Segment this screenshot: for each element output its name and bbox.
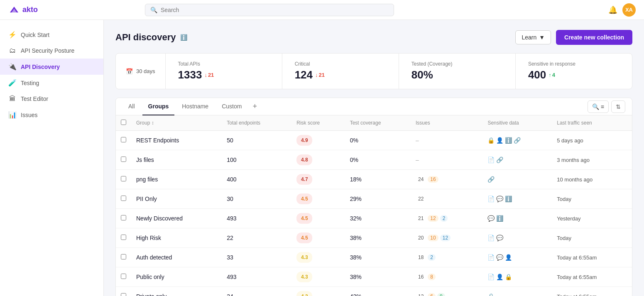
issue-badge: 21 xyxy=(416,215,426,222)
data-table: Group ↕ Total endpoints Risk score Test … xyxy=(116,115,632,296)
select-all-checkbox[interactable] xyxy=(121,120,126,125)
risk-badge: 4.9 xyxy=(296,135,312,146)
last-seen-cell: Today at 6:55am xyxy=(552,267,632,287)
sensitive-cell: 🔒👤ℹ️🔗 xyxy=(482,131,552,150)
issues-cell: 2416 xyxy=(411,170,482,189)
page-header: API discovery ℹ️ Learn ▼ Create new coll… xyxy=(115,30,632,45)
issues-cell: 22 xyxy=(411,189,482,209)
critical-value: 124 ↓ 21 xyxy=(295,68,386,81)
sensitive-icons: 📄💬 xyxy=(487,235,547,241)
row-checkbox[interactable] xyxy=(121,137,126,142)
sidebar-item-label: Testing xyxy=(21,80,39,86)
row-checkbox-cell xyxy=(116,248,131,267)
issue-badge: 16 xyxy=(428,176,438,183)
issues-nums: 182 xyxy=(416,254,477,261)
sensitive-icon: 📄 xyxy=(487,254,495,261)
risk-badge: 4.3 xyxy=(296,272,312,282)
sensitive-icon: 👤 xyxy=(505,254,512,261)
sidebar-item-test-editor[interactable]: 🏛 Test Editor xyxy=(0,91,103,107)
last-seen-cell: Today xyxy=(552,228,632,248)
risk-cell: 4.3 xyxy=(291,248,345,267)
sensitive-icon: 🔗 xyxy=(496,157,503,163)
risk-badge: 4.3 xyxy=(296,291,312,296)
avatar[interactable]: XA xyxy=(622,3,636,17)
sidebar-item-issues[interactable]: 📊 Issues xyxy=(0,107,103,123)
coverage-cell: 42% xyxy=(345,287,411,296)
sidebar-item-api-discovery[interactable]: 🔌 API Discovery xyxy=(0,59,103,75)
table-row: Newly Discovered 493 4.5 32% 21122 💬ℹ️ Y… xyxy=(116,209,632,228)
last-seen-cell: Today at 6:55am xyxy=(552,287,632,296)
issue-badge: 12 xyxy=(440,235,451,241)
issues-cell: 168 xyxy=(411,267,482,287)
row-checkbox[interactable] xyxy=(121,254,126,259)
table-header: Group ↕ Total endpoints Risk score Test … xyxy=(116,115,632,131)
table-row: Js files 100 4.8 0% – 📄🔗 3 months ago xyxy=(116,150,632,170)
tab-groups[interactable]: Groups xyxy=(142,98,175,115)
endpoints-cell: 493 xyxy=(222,267,291,287)
last-seen-cell: Today xyxy=(552,189,632,209)
info-icon[interactable]: ℹ️ xyxy=(180,34,187,41)
risk-badge: 4.5 xyxy=(296,213,312,224)
row-checkbox[interactable] xyxy=(121,157,126,162)
page-title-row: API discovery ℹ️ xyxy=(115,32,187,43)
risk-cell: 4.5 xyxy=(291,209,345,228)
tab-custom[interactable]: Custom xyxy=(216,98,247,115)
table-row: PII Only 30 4.5 29% 22 📄💬ℹ️ Today xyxy=(116,189,632,209)
sidebar-item-label: API Discovery xyxy=(21,64,60,70)
issues-nums: 168 xyxy=(416,274,477,280)
sensitive-value: 400 ↑ 4 xyxy=(528,68,620,81)
sensitive-icon: 📄 xyxy=(487,157,495,163)
sensitive-cell: 📄🔗 xyxy=(482,150,552,170)
sidebar-item-testing[interactable]: 🧪 Testing xyxy=(0,75,103,91)
sort-button[interactable]: ⇅ xyxy=(611,100,625,113)
sidebar-item-api-security-posture[interactable]: 🗂 API Security Posture xyxy=(0,43,103,59)
row-checkbox[interactable] xyxy=(121,176,126,181)
row-checkbox[interactable] xyxy=(121,196,126,201)
issue-badge: 12 xyxy=(416,293,426,296)
issue-badge: 8 xyxy=(437,293,445,296)
sensitive-icon: 📄 xyxy=(487,196,495,202)
search-filter-button[interactable]: 🔍 ≡ xyxy=(588,100,609,113)
coverage-cell: 0% xyxy=(345,131,411,150)
learn-button[interactable]: Learn ▼ xyxy=(515,30,551,44)
row-checkbox[interactable] xyxy=(121,293,126,296)
last-seen-cell: Today at 6:55am xyxy=(552,248,632,267)
coverage-cell: 29% xyxy=(345,189,411,209)
sidebar-item-label: Test Editor xyxy=(21,95,48,102)
sidebar: ⚡ Quick Start🗂 API Security Posture🔌 API… xyxy=(0,20,104,296)
create-collection-button[interactable]: Create new collection xyxy=(556,30,632,45)
logo[interactable]: akto xyxy=(8,4,38,16)
endpoints-cell: 22 xyxy=(222,228,291,248)
testing-icon: 🧪 xyxy=(8,79,17,87)
issues-cell: – xyxy=(411,150,482,170)
risk-cell: 4.5 xyxy=(291,228,345,248)
sensitive-cell: 📄💬👤 xyxy=(482,248,552,267)
endpoints-cell: 400 xyxy=(222,170,291,189)
issues-cell: 201012 xyxy=(411,228,482,248)
sensitive-icon: 📄 xyxy=(487,274,495,280)
last-seen-col-header: Last traffic seen xyxy=(552,115,632,131)
tab-all[interactable]: All xyxy=(122,98,141,115)
tab-add-button[interactable]: + xyxy=(249,99,260,114)
coverage-col-header: Test coverage xyxy=(345,115,411,131)
sensitive-icons: 🔒👤ℹ️🔗 xyxy=(487,137,547,144)
group-name-cell: REST Endpoints xyxy=(131,131,222,150)
coverage-cell: 18% xyxy=(345,170,411,189)
search-input[interactable] xyxy=(161,7,389,13)
test-editor-icon: 🏛 xyxy=(8,95,17,103)
tab-hostname[interactable]: Hostname xyxy=(176,98,214,115)
coverage-cell: 38% xyxy=(345,267,411,287)
issues-cell: – xyxy=(411,131,482,150)
total-apis-change: ↓ 21 xyxy=(204,72,214,78)
row-checkbox[interactable] xyxy=(121,235,126,240)
no-issues: – xyxy=(416,137,419,144)
chevron-down-icon: ▼ xyxy=(539,34,545,41)
search-bar: 🔍 xyxy=(145,4,394,16)
last-seen-cell: 5 days ago xyxy=(552,131,632,150)
row-checkbox-cell xyxy=(116,150,131,170)
notification-bell[interactable]: 🔔 xyxy=(608,5,617,15)
row-checkbox[interactable] xyxy=(121,215,126,220)
sidebar-item-quick-start[interactable]: ⚡ Quick Start xyxy=(0,27,103,43)
risk-cell: 4.5 xyxy=(291,189,345,209)
row-checkbox[interactable] xyxy=(121,274,126,279)
